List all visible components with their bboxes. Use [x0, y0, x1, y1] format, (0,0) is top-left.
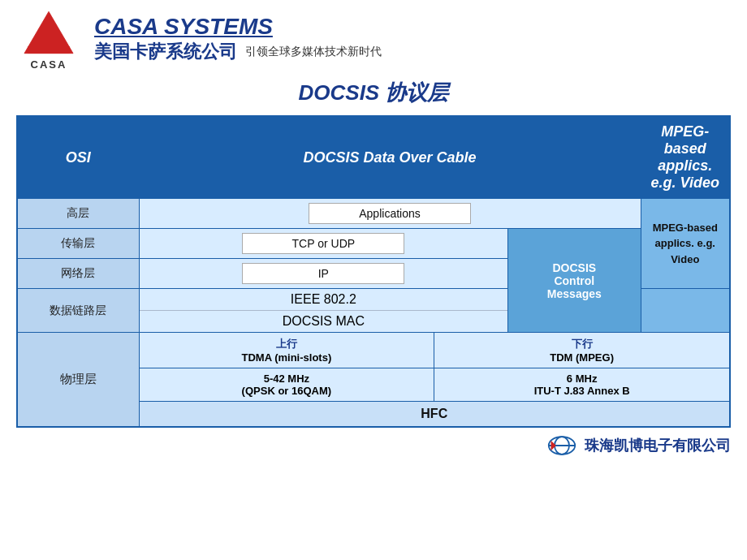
diagram-wrapper: OSI DOCSIS Data Over Cable MPEG-based ap… [0, 115, 747, 428]
mpeg-col-bottom [641, 289, 730, 333]
upstream-freq: 5-42 MHz (QPSK or 16QAM) [140, 368, 435, 401]
ip-box: IP [242, 263, 404, 284]
tcp-box: TCP or UDP [242, 233, 404, 254]
physical-top-row: 上行 TDMA (mini-slots) 下行 TDM (MPEG) [140, 333, 730, 368]
docsis-control-cell: DOCSIS Control Messages [508, 229, 641, 333]
downstream-top: 下行 TDM (MPEG) [434, 333, 729, 368]
col-osi-header: OSI [17, 116, 139, 199]
upstream-protocol: TDMA (mini-slots) [146, 351, 428, 364]
table-header-row: OSI DOCSIS Data Over Cable MPEG-based ap… [17, 116, 730, 199]
content-tcp: TCP or UDP [139, 229, 508, 259]
osi-label-network: 网络层 [17, 259, 139, 289]
upstream-top: 上行 TDMA (mini-slots) [140, 333, 435, 368]
content-ip: IP [139, 259, 508, 289]
footer: 珠海凯博电子有限公司 [0, 428, 747, 460]
osi-label-datalink: 数据链路层 [17, 289, 139, 333]
datalink-inner: IEEE 802.2 DOCSIS MAC [140, 289, 508, 332]
table-row-applications: 高层 Applications MPEG-based applics. e.g.… [17, 199, 730, 229]
hfc-cell: HFC [139, 402, 730, 428]
logo: CASA [16, 8, 81, 71]
header: CASA CASA SYSTEMS 美国卡萨系统公司 引领全球多媒体技术新时代 [0, 0, 747, 75]
docsis-mac-row: DOCSIS MAC [140, 311, 508, 332]
docsis-diagram: OSI DOCSIS Data Over Cable MPEG-based ap… [16, 115, 731, 428]
content-datalink: IEEE 802.2 DOCSIS MAC [139, 289, 508, 333]
downstream-freq: 6 MHz ITU-T J.83 Annex B [434, 368, 729, 401]
footer-company: 珠海凯博电子有限公司 [585, 436, 731, 455]
svg-rect-1 [28, 46, 69, 54]
page-title: DOCSIS 协议层 [0, 75, 747, 115]
downstream-label: 下行 [441, 337, 723, 351]
physical-bottom-row: 5-42 MHz (QPSK or 16QAM) 6 MHz ITU-T J.8… [140, 368, 730, 401]
table-row-physical: 物理层 上行 TDMA (mini-slots) 下行 TDM (MPEG) [17, 333, 730, 402]
logo-label: CASA [31, 58, 67, 71]
osi-label-transport: 传输层 [17, 229, 139, 259]
osi-label-physical: 物理层 [17, 333, 139, 428]
osi-label-gaoceng: 高层 [17, 199, 139, 229]
downstream-protocol: TDM (MPEG) [441, 351, 723, 364]
applications-box: Applications [309, 203, 471, 224]
company-slogan: 引领全球多媒体技术新时代 [245, 45, 382, 59]
content-applications: Applications [139, 199, 641, 229]
upstream-label: 上行 [146, 337, 428, 351]
ieee-row: IEEE 802.2 [140, 289, 508, 311]
table-row-transport: 传输层 TCP or UDP DOCSIS Control Messages [17, 229, 730, 259]
mpeg-col-cell: MPEG-based applics. e.g. Video [641, 199, 730, 289]
company-name-zh: 美国卡萨系统公司 引领全球多媒体技术新时代 [94, 40, 731, 64]
company-name-en: CASA SYSTEMS [94, 15, 731, 40]
casa-logo-triangle [20, 8, 77, 57]
header-text: CASA SYSTEMS 美国卡萨系统公司 引领全球多媒体技术新时代 [94, 15, 731, 64]
col-docsis-header: DOCSIS Data Over Cable [139, 116, 641, 199]
col-mpeg-header: MPEG-based applics. e.g. Video [641, 116, 730, 199]
physical-content: 上行 TDMA (mini-slots) 下行 TDM (MPEG) 5-42 … [139, 333, 730, 402]
footer-logo-icon [547, 434, 576, 457]
